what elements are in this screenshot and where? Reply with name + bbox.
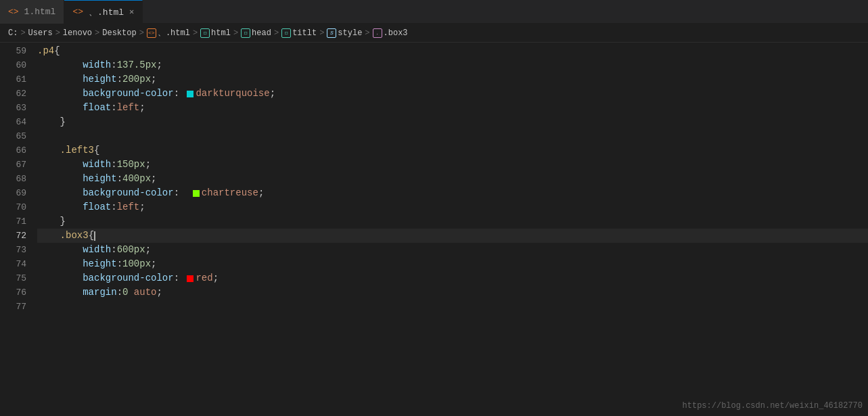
breadcrumb-sep-2: > — [95, 28, 99, 38]
indent-76 — [37, 285, 83, 300]
code-line-62: background-color: darkturquoise; — [37, 87, 868, 101]
semi-62: ; — [270, 87, 275, 101]
breadcrumb-sep-4: > — [193, 28, 198, 38]
breadcrumb-html-file-icon: <> — [147, 28, 156, 38]
breadcrumb-sep-7: > — [319, 28, 324, 38]
breadcrumb-html-icon: ◻ — [200, 28, 210, 38]
val-width-73: 600px — [117, 243, 145, 257]
breadcrumb-box3-class: . .box3 — [373, 28, 408, 38]
ln-60: 60 — [0, 58, 29, 72]
cursor — [94, 231, 95, 241]
indent-73 — [37, 243, 83, 257]
indent-68 — [37, 172, 83, 186]
ln-76: 76 — [0, 285, 29, 300]
colon-68: : — [117, 172, 122, 186]
breadcrumb-box3-label: .box3 — [384, 28, 408, 38]
semi-73: ; — [145, 243, 151, 257]
ln-66: 66 — [0, 143, 29, 158]
semi-68: ; — [151, 172, 156, 186]
colon-62: : — [174, 87, 185, 101]
code-line-60: width:137.5px; — [37, 58, 868, 72]
breadcrumb-style-tag: S style — [327, 28, 362, 38]
semi-76: ; — [156, 285, 162, 300]
semi-61: ; — [151, 72, 156, 87]
semi-74: ; — [151, 257, 156, 271]
code-line-75: background-color: red; — [37, 271, 868, 285]
brace-close-64: } — [60, 115, 66, 129]
val-color-62: darkturquoise — [196, 87, 269, 101]
tab-dothtml-icon: <> — [72, 7, 83, 17]
colon-60: : — [111, 58, 116, 72]
code-line-65 — [37, 129, 868, 143]
semi-67: ; — [145, 158, 151, 172]
tab-dothtml-label: 、.html — [89, 6, 124, 18]
semi-63: ; — [139, 101, 145, 115]
ln-65: 65 — [0, 129, 29, 143]
indent-74 — [37, 257, 83, 271]
ln-72: 72 — [0, 229, 29, 243]
color-swatch-69 — [193, 190, 200, 197]
ln-70: 70 — [0, 200, 29, 214]
breadcrumb-c: C: — [8, 28, 18, 38]
tab-1html-icon: <> — [8, 7, 19, 17]
breadcrumb-sep-1: > — [55, 28, 60, 38]
val-width-60: 137.5px — [117, 58, 157, 72]
breadcrumb: C: > Users > lenovo > Desktop > <> 、.htm… — [0, 24, 868, 43]
code-line-66: .left3{ — [37, 143, 868, 158]
colon-67: : — [111, 158, 116, 172]
colon-69: : — [174, 186, 185, 200]
ln-71: 71 — [0, 214, 29, 229]
colon-63: : — [111, 101, 116, 115]
line-numbers: 59 60 61 62 63 64 65 66 67 68 69 70 71 7… — [0, 43, 37, 416]
indent-67 — [37, 158, 83, 172]
code-line-74: height:100px; — [37, 257, 868, 271]
breadcrumb-lenovo: lenovo — [63, 28, 92, 38]
val-color-75: red — [196, 271, 212, 285]
prop-height-61: height — [83, 72, 116, 87]
prop-margin-76: margin — [83, 285, 116, 300]
prop-width-67: width — [83, 158, 111, 172]
editor[interactable]: 59 60 61 62 63 64 65 66 67 68 69 70 71 7… — [0, 43, 868, 416]
tab-1html[interactable]: <> 1.html — [0, 0, 64, 24]
val-width-67: 150px — [117, 158, 145, 172]
watermark: https://blog.csdn.net/weixin_46182770 — [683, 401, 863, 411]
breadcrumb-sep-6: > — [274, 28, 279, 38]
ln-73: 73 — [0, 243, 29, 257]
prop-height-74: height — [83, 257, 116, 271]
selector-left3: .left3 — [60, 143, 94, 158]
code-area[interactable]: .p4{ width:137.5px; height:200px; backgr… — [37, 43, 868, 416]
tab-1html-label: 1.html — [24, 7, 56, 17]
selector-p4: .p4 — [37, 44, 54, 58]
empty-77 — [37, 300, 83, 314]
code-line-69: background-color: chartreuse; — [37, 186, 868, 200]
indent-69 — [37, 186, 83, 200]
ln-67: 67 — [0, 158, 29, 172]
colon-74: : — [117, 257, 122, 271]
tab-dothtml-close[interactable]: ✕ — [129, 7, 134, 17]
selector-box3: .box3 — [60, 229, 89, 243]
indent-75 — [37, 271, 83, 285]
code-line-64: } — [37, 115, 868, 129]
brace-close-71: } — [60, 214, 66, 229]
prop-float-63: float — [83, 101, 111, 115]
brace-open-59: { — [54, 44, 60, 58]
prop-float-70: float — [83, 200, 111, 214]
colon-76: : — [117, 285, 122, 300]
breadcrumb-titlt-tag: ◻ titlt — [281, 28, 317, 38]
breadcrumb-style-icon: S — [327, 28, 336, 38]
semi-60: ; — [156, 58, 162, 72]
breadcrumb-sep-3: > — [139, 28, 144, 38]
ln-77: 77 — [0, 300, 29, 314]
val-height-61: 200px — [122, 72, 151, 87]
tab-dothtml[interactable]: <> 、.html ✕ — [64, 0, 143, 24]
prop-width-60: width — [83, 58, 111, 72]
ln-68: 68 — [0, 172, 29, 186]
breadcrumb-filename: 、.html — [158, 27, 190, 39]
breadcrumb-box3-icon: . — [373, 28, 382, 38]
colon-73: : — [111, 243, 116, 257]
code-line-76: margin:0 auto; — [37, 285, 868, 300]
brace-open-72: { — [89, 229, 94, 243]
breadcrumb-sep-0: > — [20, 28, 25, 38]
breadcrumb-sep-8: > — [365, 28, 369, 38]
code-line-72: .box3{ — [37, 229, 868, 243]
